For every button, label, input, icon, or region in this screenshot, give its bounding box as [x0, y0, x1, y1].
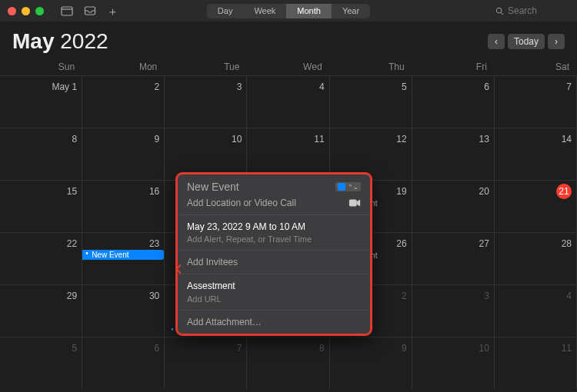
day-cell[interactable]: 9	[330, 337, 412, 389]
view-tab-day[interactable]: Day	[207, 4, 244, 18]
prev-month-button[interactable]: ‹	[488, 34, 505, 49]
day-cell[interactable]: 23 New Event	[82, 232, 165, 284]
day-cell[interactable]: 11	[495, 337, 577, 389]
day-cell[interactable]: 30	[82, 284, 165, 337]
day-cell[interactable]: 22	[0, 232, 82, 284]
day-cell[interactable]: 14	[495, 128, 577, 180]
video-call-icon[interactable]	[349, 198, 361, 208]
event-alert-input[interactable]: Add Alert, Repeat, or Travel Time	[187, 234, 361, 244]
day-header: Sat	[495, 61, 577, 72]
day-header: Fri	[412, 61, 495, 72]
svg-rect-5	[349, 200, 357, 207]
next-month-button[interactable]: ›	[548, 34, 565, 49]
day-cell[interactable]: 4	[247, 75, 329, 128]
window-controls	[8, 7, 44, 15]
svg-rect-0	[62, 7, 72, 15]
day-cell[interactable]: 28	[495, 232, 577, 284]
inbox-icon[interactable]	[84, 5, 96, 16]
search-icon	[495, 7, 504, 15]
calendar-color-swatch-icon	[338, 183, 345, 191]
search-field[interactable]	[495, 5, 569, 16]
day-cell[interactable]: 2	[82, 75, 165, 128]
titlebar: ＋ Day Week Month Year	[0, 0, 577, 22]
svg-marker-6	[357, 200, 360, 207]
event-editor-popover: New Event ⌃⌄ Add Location or Video Call …	[175, 172, 372, 336]
event-title-input[interactable]: New Event	[187, 181, 239, 193]
add-event-button[interactable]: ＋	[107, 5, 118, 17]
day-cell[interactable]: 21	[495, 180, 577, 232]
view-tab-week[interactable]: Week	[243, 4, 286, 18]
day-cell[interactable]: 10	[412, 337, 495, 389]
day-cell[interactable]: 9	[82, 128, 165, 180]
month-title: May 2022	[12, 29, 108, 54]
day-cell[interactable]: 27	[412, 232, 495, 284]
day-header: Wed	[247, 61, 329, 72]
day-header: Sun	[0, 61, 82, 72]
day-header: Mon	[82, 61, 165, 72]
day-headers: Sun Mon Tue Wed Thu Fri Sat	[0, 58, 577, 75]
event-url-input[interactable]: Add URL	[187, 294, 361, 304]
close-window-button[interactable]	[8, 7, 16, 15]
view-tab-month[interactable]: Month	[286, 4, 332, 18]
event-pill[interactable]: New Event	[82, 250, 164, 260]
event-notes-value[interactable]: Assestment	[187, 281, 361, 291]
event-location-input[interactable]: Add Location or Video Call	[187, 198, 296, 208]
event-time-label[interactable]: May 23, 2022 9 AM to 10 AM	[187, 221, 361, 232]
day-cell[interactable]: 29	[0, 284, 82, 337]
search-input[interactable]	[508, 5, 569, 16]
day-cell[interactable]: 5	[0, 337, 82, 389]
minimize-window-button[interactable]	[22, 7, 30, 15]
day-cell[interactable]: 20	[412, 180, 495, 232]
day-cell[interactable]: 8	[0, 128, 82, 180]
view-switcher: Day Week Month Year	[207, 4, 370, 18]
calendar-color-picker[interactable]: ⌃⌄	[335, 182, 361, 191]
day-header: Tue	[165, 61, 247, 72]
view-tab-year[interactable]: Year	[332, 4, 370, 18]
event-attachment-input[interactable]: Add Attachment…	[187, 317, 262, 327]
zoom-window-button[interactable]	[35, 7, 44, 15]
svg-point-3	[496, 8, 501, 12]
day-cell[interactable]: 3	[412, 284, 495, 337]
day-cell[interactable]: May 1	[0, 75, 82, 128]
svg-line-4	[501, 12, 503, 15]
day-cell[interactable]: 5	[330, 75, 412, 128]
day-header: Thu	[330, 61, 412, 72]
day-cell[interactable]: 16	[82, 180, 165, 232]
day-cell[interactable]: 8	[247, 337, 329, 389]
day-cell[interactable]: 3	[165, 75, 247, 128]
calendar-icon[interactable]	[61, 5, 73, 16]
calendar-header: May 2022 ‹ Today ›	[0, 22, 577, 58]
day-cell[interactable]: 13	[412, 128, 495, 180]
day-cell[interactable]: 7	[495, 75, 577, 128]
chevron-updown-icon: ⌃⌄	[348, 184, 359, 191]
day-cell[interactable]: 15	[0, 180, 82, 232]
event-invitees-input[interactable]: Add Invitees	[187, 257, 238, 267]
day-cell[interactable]: 7	[165, 337, 247, 389]
day-cell[interactable]: 6	[82, 337, 165, 389]
day-cell[interactable]: 6	[412, 75, 495, 128]
today-button[interactable]: Today	[508, 34, 545, 49]
day-cell[interactable]: 4	[495, 284, 577, 337]
event-indicator-icon: •	[171, 325, 174, 334]
